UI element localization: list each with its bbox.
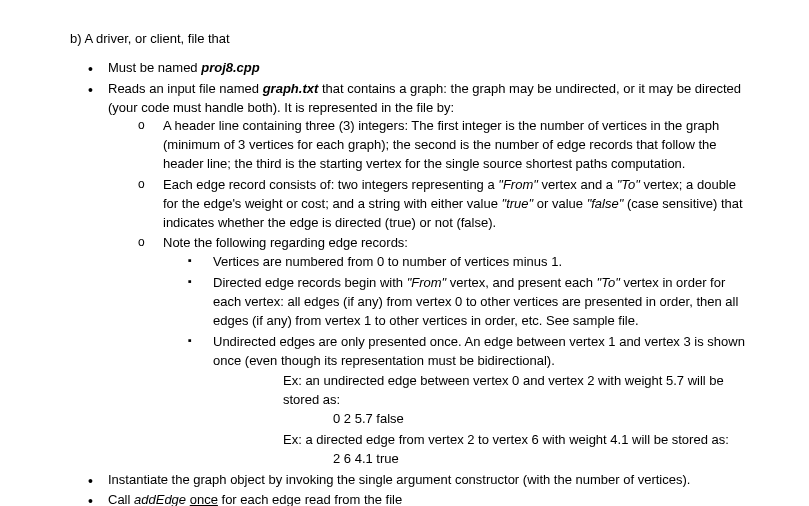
quoted-term: "From" — [498, 177, 538, 192]
bullet-item: Must be named proj8.cpp — [108, 59, 749, 78]
quoted-term: "To" — [617, 177, 640, 192]
circle-list: A header line containing three (3) integ… — [108, 117, 749, 468]
square-item: Directed edge records begin with "From" … — [213, 274, 749, 331]
quoted-term: "From" — [407, 275, 447, 290]
circle-item: Note the following regarding edge record… — [163, 234, 749, 468]
text: vertex, and present each — [446, 275, 596, 290]
text: Directed edge records begin with — [213, 275, 407, 290]
text: for each edge read from the file — [218, 492, 402, 506]
file-name: proj8.cpp — [201, 60, 260, 75]
text: Note the following regarding edge record… — [163, 235, 408, 250]
square-item: Undirected edges are only presented once… — [213, 333, 749, 469]
section-heading: b) A driver, or client, file that — [70, 30, 749, 49]
function-name: addEdge — [134, 492, 186, 506]
example-block: Ex: a directed edge from vertex 2 to ver… — [283, 431, 749, 469]
circle-item: A header line containing three (3) integ… — [163, 117, 749, 174]
text: Undirected edges are only presented once… — [213, 334, 745, 368]
example-line: Ex: an undirected edge between vertex 0 … — [283, 372, 749, 410]
example-line: Ex: a directed edge from vertex 2 to ver… — [283, 431, 749, 450]
quoted-term: "false" — [587, 196, 624, 211]
bullet-item: Reads an input file named graph.txt that… — [108, 80, 749, 469]
quoted-term: "true" — [502, 196, 534, 211]
bullet-item: Instantiate the graph object by invoking… — [108, 471, 749, 490]
bullet-list: Must be named proj8.cpp Reads an input f… — [70, 59, 749, 506]
text: vertex and a — [538, 177, 617, 192]
bullet-item: Call addEdge once for each edge read fro… — [108, 491, 749, 506]
text: Must be named — [108, 60, 201, 75]
file-name: graph.txt — [263, 81, 319, 96]
square-list: Vertices are numbered from 0 to number o… — [163, 253, 749, 468]
square-item: Vertices are numbered from 0 to number o… — [213, 253, 749, 272]
emphasis: once — [190, 492, 218, 506]
quoted-term: "To" — [597, 275, 620, 290]
text: Call — [108, 492, 134, 506]
text: Reads an input file named — [108, 81, 263, 96]
example-code: 2 6 4.1 true — [333, 450, 749, 469]
text: Each edge record consists of: two intege… — [163, 177, 498, 192]
circle-item: Each edge record consists of: two intege… — [163, 176, 749, 233]
example-block: Ex: an undirected edge between vertex 0 … — [283, 372, 749, 429]
example-code: 0 2 5.7 false — [333, 410, 749, 429]
text: or value — [533, 196, 586, 211]
